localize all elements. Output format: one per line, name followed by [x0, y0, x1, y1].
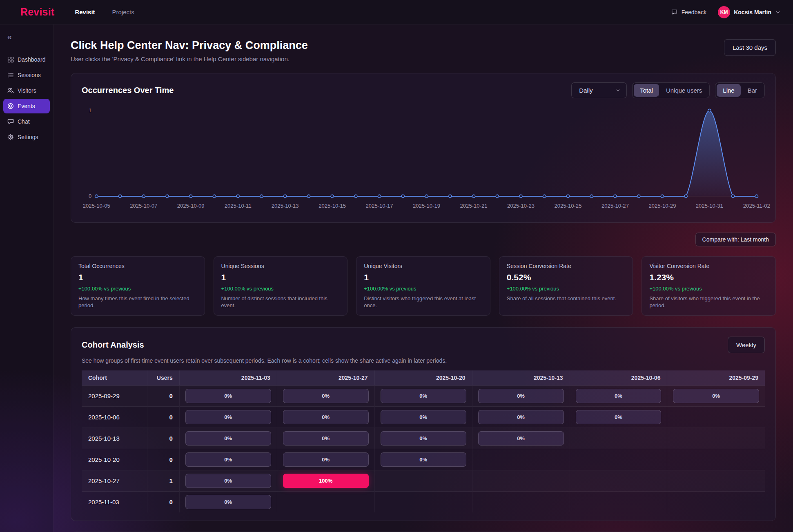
- chart-type-option-bar[interactable]: Bar: [742, 84, 763, 97]
- cohort-cell: [570, 470, 667, 492]
- cohort-cell: [570, 449, 667, 470]
- cohort-retention-pill: 0%: [673, 389, 759, 403]
- cohort-cell: [374, 492, 472, 513]
- date-range-button[interactable]: Last 30 days: [724, 39, 776, 56]
- cohort-retention-pill: 0%: [185, 495, 271, 509]
- cohort-retention-pill: 0%: [185, 389, 271, 403]
- cohort-head: Cohort Analysis Weekly: [82, 337, 765, 353]
- sidebar-item-settings[interactable]: Settings: [3, 130, 50, 144]
- cohort-retention-pill: 0%: [283, 452, 369, 467]
- cohort-period-button[interactable]: Weekly: [728, 337, 765, 353]
- chevron-down-icon: [615, 88, 621, 93]
- svg-text:2025-10-27: 2025-10-27: [601, 203, 629, 209]
- granularity-select[interactable]: Daily: [571, 82, 627, 98]
- cohort-cell: [667, 449, 765, 470]
- cohort-column-2025-10-13: 2025-10-13: [472, 370, 570, 386]
- cohort-retention-pill: 0%: [185, 431, 271, 446]
- sidebar-item-label: Dashboard: [18, 56, 46, 63]
- cohort-users-count: 0: [147, 386, 180, 407]
- stat-description: Distinct visitors who triggered this eve…: [364, 295, 483, 309]
- svg-text:2025-10-31: 2025-10-31: [696, 203, 723, 209]
- user-menu[interactable]: KM Kocsis Martin: [718, 6, 781, 18]
- sidebar-collapse-icon[interactable]: «: [3, 31, 16, 42]
- cohort-users-count: 0: [147, 492, 180, 513]
- metric-option-unique-users[interactable]: Unique users: [660, 84, 708, 97]
- cohort-users-count: 0: [147, 407, 180, 428]
- cohort-column-users: Users: [147, 370, 180, 386]
- svg-text:2025-10-17: 2025-10-17: [366, 203, 393, 209]
- cohort-subtitle: See how groups of first-time event users…: [82, 357, 765, 364]
- nav-item-revisit[interactable]: Revisit: [75, 9, 95, 16]
- cohort-row-label: 2025-10-27: [82, 470, 147, 492]
- svg-text:2025-11-02: 2025-11-02: [743, 203, 770, 209]
- cohort-row-label: 2025-10-13: [82, 428, 147, 449]
- stat-description: How many times this event fired in the s…: [78, 295, 197, 309]
- cohort-cell: 0%: [374, 428, 472, 449]
- svg-text:2025-10-21: 2025-10-21: [460, 203, 488, 209]
- stat-value: 1: [221, 273, 340, 282]
- cohort-title: Cohort Analysis: [82, 340, 144, 350]
- cohort-cell: 0%: [667, 386, 765, 407]
- cohort-column-cohort: Cohort: [82, 370, 147, 386]
- sidebar-item-chat[interactable]: Chat: [3, 114, 50, 129]
- list-icon: [7, 72, 14, 78]
- user-name: Kocsis Martin: [734, 9, 771, 16]
- sidebar: « DashboardSessionsVisitorsEventsChatSet…: [0, 24, 53, 532]
- cohort-cell: 0%: [472, 386, 570, 407]
- cohort-card: Cohort Analysis Weekly See how groups of…: [71, 327, 776, 521]
- chat-icon: [7, 118, 14, 125]
- occurrences-card: Occurrences Over Time Daily TotalUnique …: [71, 73, 776, 223]
- cohort-retention-pill: 0%: [185, 410, 271, 424]
- sidebar-nav: DashboardSessionsVisitorsEventsChatSetti…: [3, 52, 50, 145]
- feedback-button[interactable]: Feedback: [671, 9, 706, 16]
- cohort-row-2025-10-13: 2025-10-1300%0%0%0%: [82, 428, 765, 449]
- chevron-down-icon: [775, 9, 781, 15]
- occurrences-chart: 012025-10-052025-10-072025-10-092025-10-…: [82, 104, 765, 213]
- stat-label: Visitor Conversion Rate: [649, 263, 768, 269]
- cohort-row-label: 2025-09-29: [82, 386, 147, 407]
- cohort-column-2025-09-29: 2025-09-29: [667, 370, 765, 386]
- cohort-retention-pill-highlight: 100%: [283, 474, 369, 488]
- cohort-retention-pill: 0%: [478, 389, 564, 403]
- nav-item-projects[interactable]: Projects: [112, 9, 134, 16]
- sidebar-item-dashboard[interactable]: Dashboard: [3, 52, 50, 67]
- svg-text:2025-10-25: 2025-10-25: [554, 203, 581, 209]
- topbar-right: Feedback KM Kocsis Martin: [671, 6, 781, 18]
- metric-option-total[interactable]: Total: [634, 84, 659, 97]
- app-shell: « DashboardSessionsVisitorsEventsChatSet…: [0, 24, 793, 532]
- stat-delta: +100.00% vs previous: [221, 286, 340, 292]
- cohort-cell: [472, 470, 570, 492]
- chart-type-option-line[interactable]: Line: [717, 84, 740, 97]
- compare-row: Compare with: Last month: [71, 233, 776, 246]
- avatar: KM: [718, 6, 730, 18]
- svg-text:2025-10-19: 2025-10-19: [413, 203, 440, 209]
- stat-value: 1: [364, 273, 483, 282]
- compare-button[interactable]: Compare with: Last month: [695, 233, 776, 246]
- cohort-cell: 0%: [179, 492, 277, 513]
- cohort-retention-pill: 0%: [478, 410, 564, 424]
- sidebar-item-visitors[interactable]: Visitors: [3, 83, 50, 98]
- feedback-bubble-icon: [671, 9, 678, 16]
- cohort-retention-pill: 0%: [381, 452, 466, 467]
- cohort-cell: 0%: [374, 386, 472, 407]
- sidebar-item-sessions[interactable]: Sessions: [3, 68, 50, 82]
- feedback-label: Feedback: [682, 9, 706, 16]
- stat-label: Unique Sessions: [221, 263, 340, 269]
- cohort-retention-pill: 0%: [381, 431, 466, 446]
- stat-card-unique-visitors: Unique Visitors1+100.00% vs previousDist…: [356, 256, 490, 316]
- cohort-cell: 0%: [277, 386, 374, 407]
- svg-text:1: 1: [89, 108, 91, 114]
- app-logo[interactable]: Revisit: [20, 6, 54, 18]
- cohort-retention-pill: 0%: [576, 410, 662, 424]
- page-head-text: Click Help Center Nav: Privacy & Complia…: [71, 39, 308, 62]
- grid-icon: [7, 56, 14, 63]
- chart-type-toggle: LineBar: [715, 82, 765, 98]
- sidebar-item-events[interactable]: Events: [3, 99, 50, 113]
- cohort-cell: [667, 407, 765, 428]
- page-title: Click Help Center Nav: Privacy & Complia…: [71, 39, 308, 52]
- cohort-cell: 0%: [374, 449, 472, 470]
- svg-text:2025-10-15: 2025-10-15: [319, 203, 346, 209]
- stat-card-session-conversion-rate: Session Conversion Rate0.52%+100.00% vs …: [499, 256, 633, 316]
- cohort-row-label: 2025-10-20: [82, 449, 147, 470]
- cohort-retention-pill: 0%: [576, 389, 662, 403]
